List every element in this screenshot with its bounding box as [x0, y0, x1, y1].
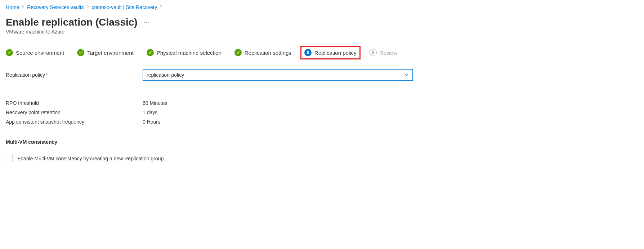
page-subtitle: VMware machine to Azure: [6, 29, 638, 35]
step-label: Target environment: [87, 50, 133, 56]
chevron-right-icon: [21, 5, 25, 10]
step-label: Review: [380, 50, 397, 56]
step-label: Physical machine selection: [157, 50, 222, 56]
breadcrumb-recovery-services-vaults[interactable]: Recovery Services vaults: [27, 4, 84, 10]
dropdown-value: replication-policy: [147, 72, 184, 78]
step-label: Source environment: [16, 50, 64, 56]
recovery-point-retention-label: Recovery point retention: [6, 110, 143, 115]
check-circle-icon: [147, 49, 154, 56]
app-consistent-snapshot-value: 0 Hours: [143, 119, 160, 125]
rpo-threshold-label: RPO threshold: [6, 100, 143, 106]
breadcrumb-home[interactable]: Home: [6, 4, 19, 10]
step-replication-policy[interactable]: 5 Replication policy: [300, 46, 361, 59]
enable-multi-vm-checkbox[interactable]: [6, 155, 13, 162]
step-label: Replication policy: [314, 50, 357, 56]
step-number-icon: 5: [304, 49, 312, 56]
rpo-threshold-value: 60 Minutes: [143, 100, 167, 106]
app-consistent-snapshot-label: App consistent snapshot frequency: [6, 119, 143, 125]
step-source-environment[interactable]: Source environment: [6, 49, 64, 56]
stepper: Source environment Target environment Ph…: [6, 49, 638, 56]
recovery-point-retention-value: 1 days: [143, 110, 157, 115]
replication-policy-label: Replication policy*: [6, 72, 143, 78]
page-title: Enable replication (Classic): [6, 17, 138, 28]
chevron-right-icon: [86, 5, 90, 10]
required-asterisk-icon: *: [46, 72, 48, 78]
step-replication-settings[interactable]: Replication settings: [234, 49, 291, 56]
breadcrumb-contoso-vault[interactable]: contoso-vault | Site Recovery: [92, 4, 157, 10]
check-circle-icon: [6, 49, 13, 56]
step-physical-machine-selection[interactable]: Physical machine selection: [147, 49, 222, 56]
replication-policy-dropdown[interactable]: replication-policy: [143, 69, 413, 81]
multi-vm-consistency-heading: Multi-VM consistency: [6, 139, 638, 145]
enable-multi-vm-label: Enable Multi-VM consistency by creating …: [17, 156, 164, 161]
chevron-right-icon: [159, 5, 163, 10]
chevron-down-icon: [404, 72, 409, 78]
step-label: Replication settings: [245, 50, 291, 56]
check-circle-icon: [77, 49, 84, 56]
check-circle-icon: [234, 49, 242, 56]
step-target-environment[interactable]: Target environment: [77, 49, 133, 56]
breadcrumb: Home Recovery Services vaults contoso-va…: [6, 4, 638, 10]
more-actions-button[interactable]: ⋯: [143, 19, 149, 26]
step-number-icon: 6: [370, 49, 377, 56]
step-review[interactable]: 6 Review: [370, 49, 397, 56]
